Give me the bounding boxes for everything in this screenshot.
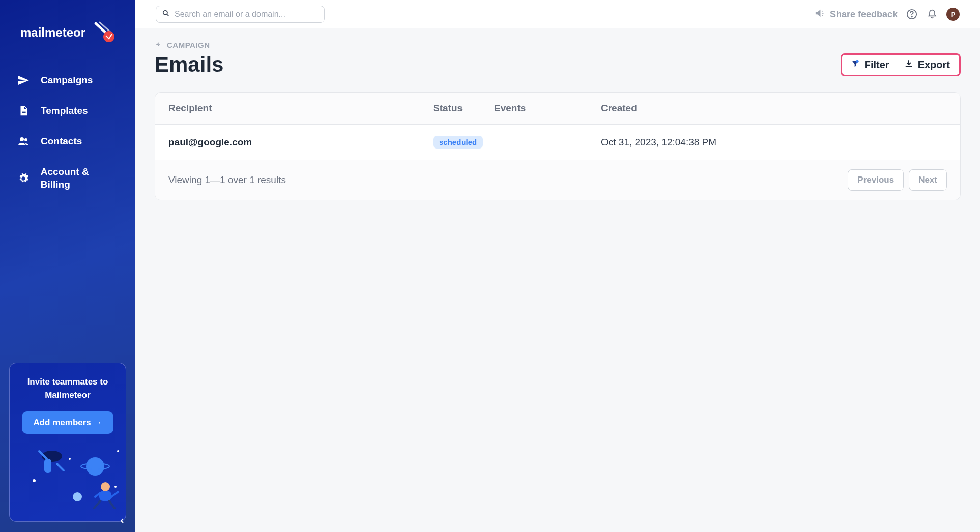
svg-point-11 [69,458,71,460]
invite-illustration [19,441,117,512]
table-header: Recipient Status Events Created [155,93,960,125]
emails-table: Recipient Status Events Created paul@goo… [155,92,961,200]
nav-label: Campaigns [41,75,93,86]
megaphone-icon [815,8,825,21]
svg-point-3 [20,137,24,141]
svg-point-18 [911,16,912,17]
meteor-icon [91,20,115,45]
search-box[interactable] [156,6,325,23]
svg-point-0 [103,31,114,42]
filter-icon [851,59,859,71]
svg-rect-2 [22,112,25,113]
invite-card: Invite teammates to Mailmeteor Add membe… [9,363,126,522]
svg-point-19 [856,60,858,62]
actions-highlight-box: Filter Export [841,53,961,76]
sidebar-item-templates[interactable]: Templates [0,96,135,126]
svg-point-4 [24,138,27,141]
next-button[interactable]: Next [909,169,947,191]
col-created: Created [601,103,947,114]
sidebar-item-campaigns[interactable]: Campaigns [0,65,135,96]
table-footer: Viewing 1—1 over 1 results Previous Next [155,160,960,200]
invite-title: Invite teammates to Mailmeteor [19,375,117,401]
topbar: Share feedback P [135,0,980,28]
document-icon [17,105,30,117]
download-icon [905,59,913,71]
svg-rect-1 [22,111,25,111]
sidebar-item-account-billing[interactable]: Account & Billing [0,157,135,200]
svg-point-14 [101,482,110,491]
recipient-cell: paul@google.com [168,137,433,148]
avatar[interactable]: P [946,8,960,21]
status-badge: scheduled [433,136,483,149]
brand-name: mailmeteor [20,25,85,40]
svg-point-16 [163,11,167,15]
status-cell: scheduled [433,136,494,149]
previous-button[interactable]: Previous [848,169,904,191]
search-input[interactable] [175,10,318,19]
filter-button[interactable]: Filter [851,59,889,71]
col-events: Events [494,103,601,114]
logo[interactable]: mailmeteor [0,0,135,60]
gear-icon [17,172,30,185]
collapse-sidebar-button[interactable] [119,517,125,526]
sidebar-item-contacts[interactable]: Contacts [0,126,135,157]
svg-point-5 [86,457,104,476]
people-icon [17,135,30,147]
content: CAMPAIGN Emails Filter Export [135,28,980,532]
results-text: Viewing 1—1 over 1 results [168,174,286,186]
search-icon [162,10,169,19]
nav-label: Account & Billing [41,166,120,191]
bell-icon[interactable] [926,8,938,20]
page-header: Emails Filter Export [155,52,961,77]
help-icon[interactable] [906,8,918,20]
sidebar: mailmeteor Campaigns Templates [0,0,135,532]
breadcrumb-back[interactable]: CAMPAIGN [155,41,961,49]
arrow-left-icon [155,41,162,49]
svg-point-8 [33,479,36,482]
main: Share feedback P CAMPAIGN Emails [135,0,980,532]
pagination: Previous Next [848,169,947,191]
share-feedback-button[interactable]: Share feedback [815,8,898,21]
col-recipient: Recipient [168,103,433,114]
created-cell: Oct 31, 2023, 12:04:38 PM [601,137,947,148]
send-icon [17,74,30,86]
page-title: Emails [155,52,223,77]
svg-point-10 [114,486,117,488]
nav-list: Campaigns Templates Contacts Account & B… [0,60,135,205]
svg-rect-13 [44,459,51,473]
svg-point-7 [73,492,82,501]
export-button[interactable]: Export [905,59,950,71]
col-status: Status [433,103,494,114]
nav-label: Contacts [41,136,82,147]
svg-point-9 [117,450,119,452]
nav-label: Templates [41,105,88,116]
add-members-button[interactable]: Add members → [22,411,113,434]
table-row[interactable]: paul@google.com scheduled Oct 31, 2023, … [155,125,960,160]
svg-rect-20 [906,66,911,67]
